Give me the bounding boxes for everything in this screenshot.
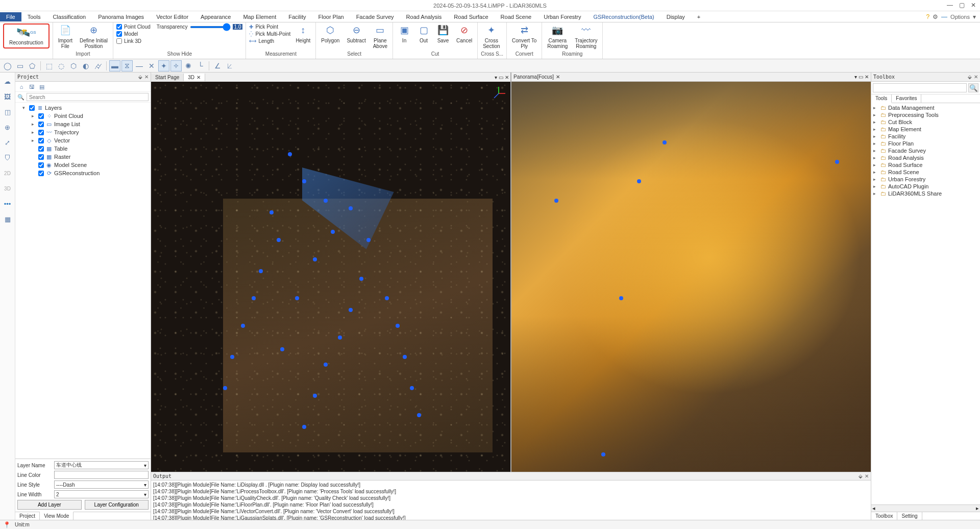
tree-gsreconstruction[interactable]: ⟳GSReconstruction — [16, 169, 150, 177]
tool-poly-icon[interactable]: ⬠ — [27, 60, 38, 71]
menu-road-analysis[interactable]: Road Analysis — [400, 12, 448, 21]
cut-out-button[interactable]: ▢Out — [415, 23, 432, 44]
menu-vector-editor[interactable]: Vector Editor — [150, 12, 194, 21]
vb-shield-icon[interactable]: ⛉ — [2, 152, 13, 163]
line-width-field[interactable]: 2▾ — [54, 490, 149, 498]
close-icon[interactable]: ✕ — [971, 2, 976, 9]
tool-hourglass-icon[interactable]: ⧖ — [121, 60, 133, 71]
tool-burst-icon[interactable]: ✺ — [183, 60, 194, 71]
tab-project[interactable]: Project — [15, 512, 40, 520]
tab-panorama-close-icon[interactable]: ✕ — [556, 74, 560, 80]
vb-cloud-icon[interactable]: ☁ — [2, 76, 13, 87]
link-3d-checkbox[interactable]: Link 3D — [116, 38, 141, 44]
menu-classification[interactable]: Classification — [46, 12, 92, 21]
viewport-3d[interactable] — [151, 82, 510, 472]
status-location-icon[interactable]: 📍 — [3, 521, 11, 528]
project-tb-save-icon[interactable]: 🖫 — [28, 83, 36, 91]
help-icon[interactable]: ? — [926, 13, 929, 20]
vb-2d-icon[interactable]: 2D — [2, 167, 13, 179]
project-tb-list-icon[interactable]: ▤ — [38, 83, 46, 91]
tree-modelscene[interactable]: ◉Model Scene — [16, 161, 150, 169]
menu-map-element[interactable]: Map Element — [237, 12, 282, 21]
cross-section-button[interactable]: ✦Cross Section — [481, 23, 502, 50]
tool-highlight2-icon[interactable]: ✧ — [170, 60, 182, 71]
toolbox-item[interactable]: ▸🗀Data Management — [872, 104, 979, 111]
toolbox-item[interactable]: ▸🗀Map Element — [872, 126, 979, 133]
tool-plane-icon[interactable]: ▬ — [109, 60, 120, 71]
pick-point-button[interactable]: ✚Pick Point — [249, 23, 290, 30]
tool-lasso-icon[interactable]: ◯ — [2, 60, 13, 71]
view3d-close-icon[interactable]: ✕ — [505, 75, 509, 80]
tree-pointcloud[interactable]: ▸⁘Point Cloud — [16, 112, 150, 120]
tab-3d[interactable]: 3D✕ — [184, 74, 205, 81]
toolbox-tab-favorites[interactable]: Favorites — [892, 94, 921, 103]
view3d-menu-icon[interactable]: ▾ — [495, 75, 497, 80]
show-model-checkbox[interactable]: Model — [116, 31, 138, 37]
toolbox-pin-icon[interactable]: ⬙ — [968, 74, 972, 80]
menu-floor-plan[interactable]: Floor Plan — [312, 12, 350, 21]
toolbox-item[interactable]: ▸🗀Road Scene — [872, 169, 979, 176]
show-pointcloud-checkbox[interactable]: Point Cloud — [116, 23, 151, 30]
tool-angle2-icon[interactable]: ⟀ — [224, 60, 235, 71]
tree-layers-root[interactable]: ▾≣Layers — [16, 104, 150, 112]
cut-in-button[interactable]: ▣In — [396, 23, 412, 44]
menu-road-scene[interactable]: Road Scene — [495, 12, 538, 21]
transparency-slider[interactable] — [190, 26, 231, 28]
toolbox-item[interactable]: ▸🗀AutoCAD Plugin — [872, 183, 979, 190]
toolbox-item[interactable]: ▸🗀Urban Forestry — [872, 176, 979, 183]
tool-sphere-icon[interactable]: ◐ — [80, 60, 91, 71]
cut-save-button[interactable]: 💾Save — [435, 23, 451, 44]
tool-cross-icon[interactable]: ✕ — [146, 60, 157, 71]
vb-globe-icon[interactable]: ⊕ — [2, 122, 13, 133]
length-button[interactable]: ⟷Length — [249, 38, 290, 44]
menu-urban-forestry[interactable]: Urban Forestry — [537, 12, 587, 21]
project-search-input[interactable] — [27, 93, 149, 101]
toolbox-item[interactable]: ▸🗀LiDAR360MLS Share — [872, 190, 979, 197]
project-pin-icon[interactable]: ⬙ — [138, 74, 142, 80]
tree-vector[interactable]: ▸◇Vector — [16, 136, 150, 145]
tool-highlight1-icon[interactable]: ✦ — [158, 60, 169, 71]
bottom-tab-toolbox[interactable]: Toolbox — [871, 512, 897, 520]
tool-dot-rect-icon[interactable]: ⬚ — [43, 60, 55, 71]
settings-gear-icon[interactable]: ⚙ — [933, 13, 938, 20]
pano-restore-icon[interactable]: ▭ — [859, 74, 863, 80]
tree-trajectory[interactable]: ▸〰Trajectory — [16, 128, 150, 136]
maximize-icon[interactable]: ▢ — [959, 2, 965, 9]
options-dropdown[interactable]: Options — [950, 14, 970, 20]
toolbox-item[interactable]: ▸🗀Road Surface — [872, 161, 979, 169]
toolbox-item[interactable]: ▸🗀Facade Survey — [872, 147, 979, 154]
define-initial-position-button[interactable]: ⊕ Define Initial Position — [78, 23, 110, 50]
menu-appearance[interactable]: Appearance — [194, 12, 237, 21]
minimize-ribbon-icon[interactable]: — — [941, 13, 947, 20]
layer-name-field[interactable]: 车道中心线▾ — [54, 461, 149, 469]
vb-dots-icon[interactable]: ••• — [2, 198, 13, 209]
line-style-field[interactable]: ----Dash▾ — [54, 480, 149, 489]
toolbox-item[interactable]: ▸🗀Floor Plan — [872, 140, 979, 147]
tool-cylinder-icon[interactable]: ⌭ — [92, 60, 104, 71]
tab-viewmode[interactable]: View Mode — [40, 512, 74, 520]
tree-table[interactable]: ▦Table — [16, 145, 150, 153]
output-close-icon[interactable]: ✕ — [865, 473, 869, 479]
project-close-icon[interactable]: ✕ — [144, 74, 149, 80]
height-button[interactable]: ↕ Height — [293, 23, 312, 44]
tab-3d-close-icon[interactable]: ✕ — [197, 75, 201, 80]
minimize-icon[interactable]: — — [947, 2, 953, 9]
menu-plus[interactable]: + — [691, 12, 706, 21]
toolbox-item[interactable]: ▸🗀Facility — [872, 133, 979, 140]
camera-roaming-button[interactable]: 📷Camera Roaming — [545, 23, 570, 50]
trajectory-roaming-button[interactable]: 〰Trajectory Roaming — [573, 23, 599, 50]
vb-expand-icon[interactable]: ⤢ — [2, 137, 13, 148]
polygon-button[interactable]: ⬡Polygon — [319, 23, 341, 44]
output-content[interactable]: [14:07:38][Plugin Module]File Name: LiDi… — [151, 480, 871, 520]
menu-facade-survey[interactable]: Facade Survey — [350, 12, 400, 21]
tree-imagelist[interactable]: ▸▭Image List — [16, 120, 150, 128]
subtract-button[interactable]: ⊖Subtract — [345, 23, 368, 44]
reconstruction-button[interactable]: 🛰️GS Reconstruction — [3, 23, 50, 49]
view3d-restore-icon[interactable]: ▭ — [499, 75, 503, 80]
toolbox-item[interactable]: ▸🗀Cut Block — [872, 118, 979, 126]
vb-image-icon[interactable]: 🖼 — [2, 91, 13, 102]
output-pin-icon[interactable]: ⬙ — [859, 473, 863, 479]
vb-picture-icon[interactable]: ▦ — [2, 213, 13, 225]
menu-file[interactable]: File — [0, 12, 21, 21]
tool-angle1-icon[interactable]: ∠ — [212, 60, 223, 71]
